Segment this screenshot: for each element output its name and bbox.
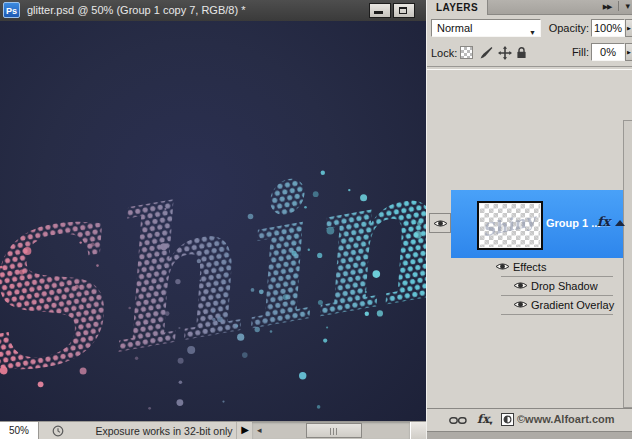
add-layer-style-icon[interactable]: fx▾ — [477, 412, 492, 426]
glitter-artwork: Shiny — [0, 21, 426, 421]
panel-menu-icon[interactable]: ▾ — [618, 1, 630, 11]
opacity-spinner-icon[interactable]: ▶ — [625, 19, 632, 37]
minimize-icon — [374, 11, 383, 14]
eye-icon[interactable] — [495, 261, 510, 272]
blend-options-row: Normal ▼ Opacity: 100% ▶ — [427, 19, 632, 39]
layer-row-group1[interactable]: Shiny Group 1 ... fx — [427, 190, 623, 258]
thumbnail-preview: Shiny — [480, 204, 538, 245]
fill-spinner-icon[interactable]: ▶ — [625, 43, 632, 61]
clock-icon — [52, 425, 64, 437]
copyright-mark: © — [517, 413, 525, 425]
document-title: glitter.psd @ 50% (Group 1 copy 7, RGB/8… — [27, 4, 245, 16]
thumb-grip-icon — [330, 428, 338, 435]
collapse-effects-icon[interactable] — [615, 220, 625, 226]
layer-thumbnail[interactable]: Shiny — [477, 201, 543, 250]
canvas-area[interactable]: Shiny — [0, 21, 426, 421]
panel-header-icons: ▶▶▾ — [603, 1, 630, 11]
horizontal-scrollbar[interactable]: ◂ — [252, 422, 410, 439]
fill-label: Fill: — [529, 46, 589, 58]
layers-panel-header: LAYERS ▶▶▾ — [427, 0, 632, 15]
zoom-level-field[interactable]: 50% — [0, 422, 39, 439]
photoshop-file-icon: Ps — [3, 2, 20, 18]
restore-button[interactable] — [393, 3, 415, 18]
restore-icon — [399, 7, 407, 14]
panel-vertical-scrollbar[interactable] — [623, 120, 632, 408]
layer-name[interactable]: Group 1 ... — [546, 217, 600, 229]
tab-layers[interactable]: LAYERS — [427, 0, 488, 15]
layer-selected-highlight[interactable]: Shiny Group 1 ... fx — [451, 190, 623, 258]
collapse-panel-icon[interactable]: ▶▶ — [603, 3, 612, 10]
minimize-button[interactable] — [369, 3, 391, 18]
window-resize-corner[interactable] — [410, 422, 426, 439]
link-layers-icon[interactable] — [449, 416, 467, 425]
photoshop-workspace: Ps glitter.psd @ 50% (Group 1 copy 7, RG… — [0, 0, 632, 439]
status-message: Exposure works in 32-bit only — [84, 425, 244, 437]
layer-visibility-cell[interactable] — [429, 213, 451, 233]
effect-row-gradient-overlay[interactable]: Gradient Overlay — [427, 296, 623, 315]
effect-row-drop-shadow[interactable]: Drop Shadow — [427, 277, 623, 296]
glitter-text: Shiny — [0, 99, 426, 419]
eye-icon — [433, 218, 448, 229]
eye-icon[interactable] — [513, 280, 528, 291]
effect-label: Gradient Overlay — [531, 299, 614, 311]
lock-position-move-icon[interactable] — [498, 46, 512, 60]
effect-label: Drop Shadow — [531, 280, 598, 292]
svg-text:Shiny: Shiny — [481, 209, 538, 240]
layers-list: Shiny Group 1 ... fx Effects — [427, 68, 632, 408]
lock-transparency-icon[interactable] — [460, 46, 473, 59]
layers-panel: LAYERS ▶▶▾ Normal ▼ Opacity: 100% ▶ Lock… — [426, 0, 632, 439]
document-window: Ps glitter.psd @ 50% (Group 1 copy 7, RG… — [0, 0, 426, 439]
lock-all-padlock-icon[interactable] — [516, 46, 527, 59]
effects-header-row[interactable]: Effects — [427, 258, 623, 277]
fill-field[interactable]: 0% — [591, 43, 625, 61]
lock-options-row: Lock: Fill: 0% ▶ — [427, 42, 632, 64]
layers-panel-bottom-bar: fx▾ ©www.Alfoart.com — [427, 408, 632, 431]
document-title-bar: Ps glitter.psd @ 50% (Group 1 copy 7, RG… — [0, 0, 426, 22]
status-flyout-button[interactable]: ▶ — [236, 422, 253, 439]
scrollbar-thumb[interactable] — [306, 423, 362, 438]
lock-pixels-brush-icon[interactable] — [479, 46, 493, 60]
effects-header-label: Effects — [513, 261, 546, 273]
panel-footer-strip — [427, 431, 632, 439]
opacity-field[interactable]: 100% — [591, 19, 625, 37]
eye-icon[interactable] — [513, 299, 528, 310]
lock-label: Lock: — [431, 47, 457, 59]
document-status-bar: 50% Exposure works in 32-bit only ▶ ◂ — [0, 421, 426, 439]
blend-mode-dropdown[interactable]: Normal ▼ — [431, 19, 541, 37]
watermark: ©www.Alfoart.com — [517, 413, 615, 425]
blend-mode-value: Normal — [437, 22, 472, 34]
new-adjustment-layer-icon[interactable] — [501, 413, 514, 426]
scroll-left-icon[interactable]: ◂ — [257, 426, 262, 435]
opacity-label: Opacity: — [529, 22, 589, 34]
layer-fx-badge[interactable]: fx — [597, 214, 610, 229]
